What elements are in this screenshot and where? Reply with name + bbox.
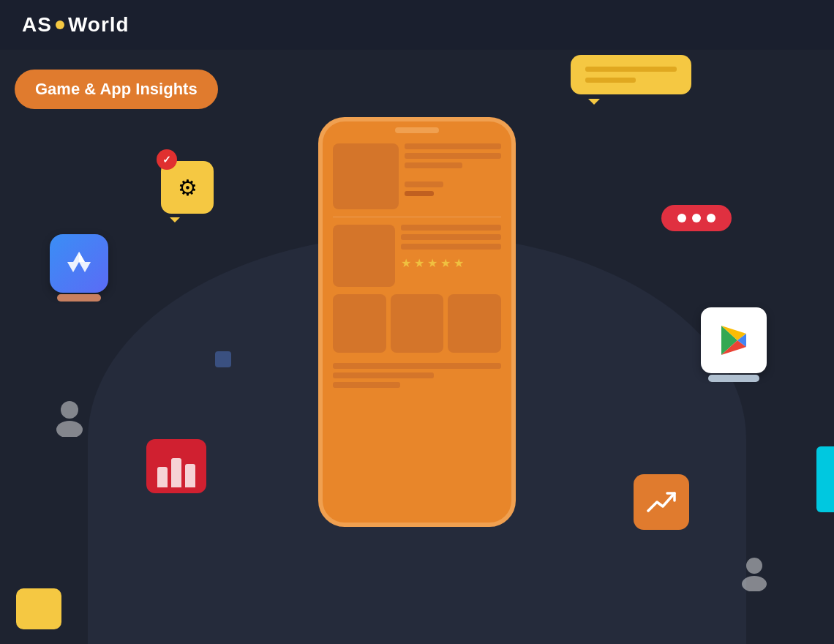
svg-point-5 bbox=[56, 421, 83, 437]
dot-icon bbox=[677, 214, 686, 222]
svg-point-4 bbox=[61, 401, 78, 419]
phone-line bbox=[333, 382, 400, 388]
user-avatar-icon bbox=[53, 399, 86, 437]
logo-dot-icon bbox=[56, 20, 64, 29]
phone-line bbox=[405, 162, 462, 168]
red-pill-dots bbox=[661, 205, 732, 231]
bar-2 bbox=[171, 458, 181, 487]
appstore-symbol bbox=[61, 246, 97, 281]
phone-card bbox=[391, 294, 444, 353]
gear-icon: ⚙ bbox=[178, 175, 198, 201]
user-avatar-icon-2 bbox=[739, 556, 770, 591]
star-icon: ★ bbox=[440, 256, 451, 270]
red-check-badge: ✓ bbox=[157, 149, 177, 170]
badge-label: Game & App Insights bbox=[35, 80, 198, 98]
chat-line bbox=[585, 67, 677, 72]
cyan-rect-decoration bbox=[816, 446, 834, 512]
phone-line-tag bbox=[405, 191, 434, 196]
chat-bubble bbox=[571, 55, 691, 94]
trend-icon bbox=[634, 474, 689, 530]
phone-mockup: ★ ★ ★ ★ ★ bbox=[318, 117, 516, 527]
user-icon-left bbox=[53, 399, 86, 440]
phone-card bbox=[448, 294, 501, 353]
phone-divider bbox=[333, 217, 501, 217]
phone-line bbox=[405, 143, 501, 149]
gplay-stand bbox=[708, 375, 759, 382]
header: AS World bbox=[0, 0, 834, 50]
logo: AS World bbox=[22, 13, 129, 37]
gplay-symbol bbox=[715, 322, 752, 359]
phone-bottom-lines bbox=[333, 363, 501, 388]
phone-cards-row bbox=[333, 294, 501, 353]
logo-text-part1: AS bbox=[22, 13, 52, 37]
gplay-icon bbox=[701, 307, 767, 373]
user-icon-right bbox=[739, 556, 770, 594]
phone-lines-1 bbox=[405, 143, 501, 209]
badge-pill: Game & App Insights bbox=[15, 70, 218, 109]
phone-line bbox=[401, 244, 501, 250]
svg-point-7 bbox=[742, 576, 767, 591]
bar-3 bbox=[185, 464, 195, 487]
appstore-icon bbox=[50, 234, 108, 293]
dot-icon bbox=[692, 214, 701, 222]
star-icon: ★ bbox=[414, 256, 424, 270]
phone-line bbox=[401, 234, 501, 240]
star-icon: ★ bbox=[401, 256, 411, 270]
bar-1 bbox=[157, 467, 168, 487]
phone-line bbox=[333, 363, 501, 369]
phone-stars: ★ ★ ★ ★ ★ bbox=[401, 256, 501, 270]
phone-notch bbox=[395, 127, 439, 133]
phone-line bbox=[401, 225, 501, 231]
logo-text-part2: World bbox=[68, 13, 129, 37]
phone-lines-2: ★ ★ ★ ★ ★ bbox=[401, 225, 501, 287]
dot-icon bbox=[707, 214, 715, 222]
trend-arrow-icon bbox=[647, 489, 676, 515]
analytics-icon bbox=[146, 439, 206, 493]
check-icon: ✓ bbox=[162, 154, 171, 165]
phone-section-1 bbox=[333, 143, 501, 209]
phone-line bbox=[405, 153, 501, 159]
phone-line bbox=[405, 181, 443, 187]
star-icon: ★ bbox=[454, 256, 464, 270]
appstore-stand bbox=[57, 294, 101, 302]
phone-section-2: ★ ★ ★ ★ ★ bbox=[333, 225, 501, 287]
phone-line bbox=[333, 372, 434, 378]
phone-card bbox=[333, 294, 386, 353]
yellow-square-decoration bbox=[16, 588, 61, 629]
phone-thumb-1 bbox=[333, 143, 399, 209]
chat-line bbox=[585, 78, 636, 83]
small-square-decoration bbox=[215, 351, 231, 367]
star-icon: ★ bbox=[427, 256, 437, 270]
phone-thumb-2 bbox=[333, 225, 395, 287]
svg-point-6 bbox=[746, 558, 762, 574]
